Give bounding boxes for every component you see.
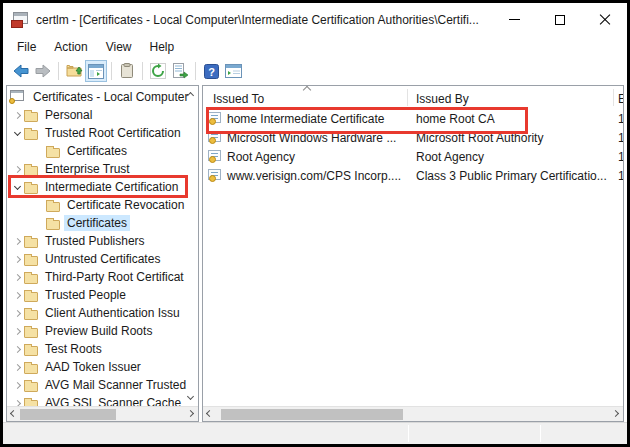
issued-to-cell: home Intermediate Certificate [227,112,384,126]
chevron-right-icon[interactable] [14,111,21,118]
folder-icon [24,328,38,338]
scroll-down-arrow[interactable] [188,394,195,401]
chevron-right-icon[interactable] [14,291,21,298]
chevron-right-icon[interactable] [14,255,21,262]
scroll-right-arrow[interactable] [188,411,194,417]
certlm-window: { "window": { "title": "certlm - [Certif… [0,0,630,447]
tree-item-intermediate-certification[interactable]: Intermediate Certification [7,178,198,196]
minimize-button[interactable] [492,3,537,36]
tree-item-trusted-root-certificates[interactable]: Certificates [7,142,198,160]
chevron-down-icon[interactable] [14,128,21,135]
tree-item-trusted-people[interactable]: Trusted People [7,286,198,304]
show-hide-console-tree-button[interactable] [85,60,107,82]
help-icon: ? [204,64,219,79]
chevron-right-icon[interactable] [14,381,21,388]
tree-item-avg-ssl-scanner[interactable]: AVG SSL Scanner Cache [7,394,198,406]
tree-item-label: Certificates [64,143,130,159]
column-divider[interactable] [613,89,614,106]
chevron-cell [11,132,24,135]
console-tree-pane: Certificates - Local Computer Personal T… [6,85,199,422]
toolbar-separator [142,62,143,80]
properties-button[interactable] [116,60,138,82]
tree-item-preview-build-roots[interactable]: Preview Build Roots [7,322,198,340]
chevron-right-icon[interactable] [14,345,21,352]
tree-item-aad-token-issuer[interactable]: AAD Token Issuer [7,358,198,376]
maximize-button[interactable] [537,3,582,36]
scroll-left-arrow[interactable] [11,411,17,417]
folder-icon [24,364,38,374]
chevron-right-icon[interactable] [14,363,21,370]
list-row-home-intermediate-certificate[interactable]: home Intermediate Certificate home Root … [203,109,623,128]
issued-by-cell: Microsoft Root Authority [416,131,543,145]
issued-by-cell: home Root CA [416,112,495,126]
status-bar-divider [540,425,541,442]
chevron-right-icon[interactable] [14,165,21,172]
up-one-level-button[interactable] [63,60,85,82]
menu-file[interactable]: File [8,38,45,56]
tree-item-trusted-publishers[interactable]: Trusted Publishers [7,232,198,250]
maximize-icon [555,15,565,25]
chevron-cell [11,167,24,172]
chevron-right-icon[interactable] [14,273,21,280]
back-button[interactable] [10,60,32,82]
menu-action[interactable]: Action [45,38,96,56]
tree-item-untrusted-certificates[interactable]: Untrusted Certificates [7,250,198,268]
column-header-expiration[interactable]: Ex [618,92,624,106]
chevron-right-icon[interactable] [14,327,21,334]
status-bar [3,422,627,444]
menu-help[interactable]: Help [141,38,184,56]
chevron-right-icon[interactable] [14,309,21,316]
tree-item-personal[interactable]: Personal [7,106,198,124]
certificate-list: home Intermediate Certificate home Root … [203,109,623,406]
scrollbar-thumb[interactable] [20,409,116,420]
tree-item-trusted-root-certification[interactable]: Trusted Root Certification [7,124,198,142]
list-row-microsoft-windows-hardware[interactable]: Microsoft Windows Hardware ... Microsoft… [203,128,623,147]
action-pane-icon [225,64,242,78]
tree-item-enterprise-trust[interactable]: Enterprise Trust [7,160,198,178]
chevron-cell [11,113,24,118]
folder-icon [24,184,38,194]
list-row-verisign-cps[interactable]: www.verisign.com/CPS Incorp.... Class 3 … [203,166,623,185]
chevron-cell [11,293,24,298]
refresh-button[interactable] [147,60,169,82]
menu-view[interactable]: View [97,38,141,56]
export-list-button[interactable] [169,60,191,82]
chevron-right-icon[interactable] [14,237,21,244]
expiration-cell: 10 [618,169,623,183]
help-button[interactable]: ? [200,60,222,82]
column-divider[interactable] [407,89,408,106]
tree-item-third-party-root[interactable]: Third-Party Root Certificat [7,268,198,286]
chevron-cell [11,239,24,244]
chevron-cell [11,383,24,388]
tree-item-avg-mail-scanner[interactable]: AVG Mail Scanner Trusted [7,376,198,394]
certificate-icon [208,131,221,142]
tree-item-label: AAD Token Issuer [42,359,144,375]
scroll-up-arrow[interactable] [188,90,195,97]
tree-item-test-roots[interactable]: Test Roots [7,340,198,358]
title-bar[interactable]: certlm - [Certificates - Local Computer\… [3,3,627,36]
list-row-root-agency[interactable]: Root Agency Root Agency 12 [203,147,623,166]
chevron-cell [11,329,24,334]
tree-item-label: Third-Party Root Certificat [42,269,187,285]
scroll-left-arrow[interactable] [207,411,213,417]
column-header-issued-by[interactable]: Issued By [416,92,469,106]
console-tree-icon [88,64,104,79]
issued-by-cell: Class 3 Public Primary Certificatio... [416,169,607,183]
tree-item-certificate-revocation[interactable]: Certificate Revocation [7,196,198,214]
tree-item-client-authentication[interactable]: Client Authentication Issu [7,304,198,322]
tree-item-intermediate-certificates[interactable]: Certificates [7,214,198,232]
column-header-issued-to[interactable]: Issued To [213,92,264,106]
scroll-right-arrow[interactable] [613,411,619,417]
tree-item-certificates-local-computer[interactable]: Certificates - Local Computer [7,88,198,106]
tree-item-label: Trusted Publishers [42,233,148,249]
show-hide-action-pane-button[interactable] [222,60,244,82]
close-button[interactable] [582,3,627,36]
list-horizontal-scrollbar[interactable] [203,406,623,421]
status-bar-divider [408,425,409,442]
chevron-down-icon[interactable] [14,182,21,189]
chevron-cell [11,347,24,352]
expiration-cell: 12 [618,150,623,164]
scrollbar-thumb[interactable] [221,409,403,420]
tree-horizontal-scrollbar[interactable] [7,406,198,421]
forward-button[interactable] [32,60,54,82]
